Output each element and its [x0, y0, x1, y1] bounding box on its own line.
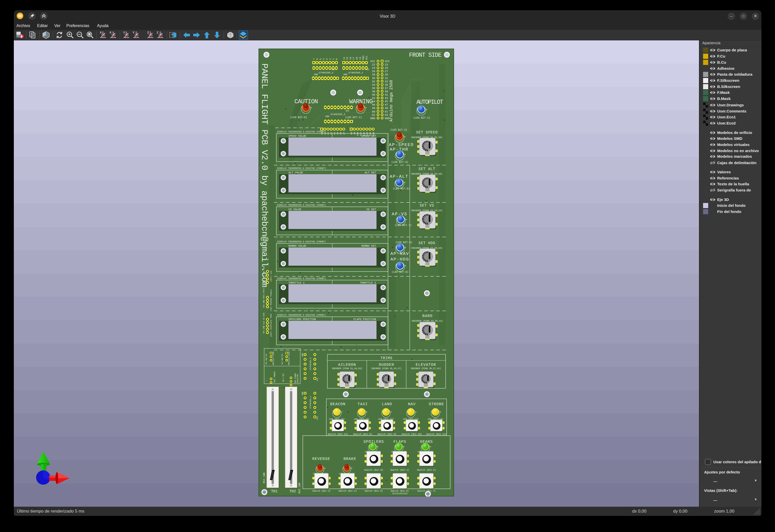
svg-text:+: + [405, 265, 406, 267]
svg-text:49: 49 [385, 107, 388, 110]
svg-text:RV2 10K: RV2 10K [298, 483, 301, 493]
svg-text:7: 7 [313, 58, 316, 60]
svg-text:19: 19 [359, 57, 362, 60]
svg-text:BRILLO LEDS: BRILLO LEDS [288, 352, 290, 365]
svg-text:Switch (Bit-7): Switch (Bit-7) [417, 490, 435, 492]
svg-text:16: 16 [349, 57, 352, 60]
svg-text:VCC GND CLK CS DIN: VCC GND CLK CS DIN [263, 313, 265, 334]
svg-text:3: 3 [326, 58, 328, 60]
svg-text:(LED BIT-0): (LED BIT-0) [395, 241, 412, 244]
svg-text:Switch (Bit-11): Switch (Bit-11) [426, 433, 446, 436]
svg-text:34: 34 [372, 83, 375, 86]
svg-text:+: + [404, 135, 406, 138]
svg-text:32: 32 [372, 80, 375, 83]
svg-text:(LED BIT-2): (LED BIT-2) [413, 117, 430, 119]
svg-text:(IN) RUDDER PEDALS: (IN) RUDDER PEDALS [270, 289, 272, 311]
svg-text:Y: Y [132, 31, 135, 34]
svg-text:VCC: VCC [316, 378, 318, 381]
svg-text:27: 27 [385, 70, 388, 73]
svg-text:4: 4 [322, 58, 325, 60]
svg-text:U74HC595_1: U74HC595_1 [348, 71, 363, 74]
svg-text:GND: GND [325, 115, 329, 118]
svg-text:DISPLAY 7SEGMENTOS 8 DIGITOS (: DISPLAY 7SEGMENTOS 8 DIGITOS (FRONT) [277, 241, 326, 243]
svg-text:VCC: VCC [346, 110, 349, 112]
svg-text:DEV POWER: DEV POWER [294, 373, 296, 383]
svg-text:23: 23 [385, 63, 388, 66]
svg-text:Switch (Bit-8): Switch (Bit-8) [353, 433, 372, 436]
svg-text:22: 22 [372, 63, 375, 66]
svg-text:GND: GND [302, 353, 304, 357]
svg-text:Z: Z [157, 31, 158, 34]
svg-text:AP-ALT: AP-ALT [390, 174, 408, 179]
svg-text:DISPLAY 7SEGMENTOS 8 DIGITOS (: DISPLAY 7SEGMENTOS 8 DIGITOS (FRONT) [277, 314, 326, 316]
svg-text:+: + [366, 411, 368, 414]
svg-text:39: 39 [385, 90, 388, 93]
svg-text:IN C OUT: IN C OUT [282, 373, 284, 382]
svg-text:FRONT SIDE: FRONT SIDE [409, 52, 441, 59]
svg-text:Switch (Bit-12): Switch (Bit-12) [328, 433, 348, 436]
svg-text:53: 53 [385, 114, 388, 117]
svg-text:SELECTOR: SELECTOR [297, 374, 299, 383]
svg-text:Switch (Bit-10): Switch (Bit-10) [402, 433, 422, 436]
svg-text:48: 48 [372, 107, 375, 110]
svg-text:VCC: VCC [331, 68, 335, 71]
svg-text:VCC GND POT1 POT2: VCC GND POT1 POT2 [263, 288, 265, 308]
svg-text:+ -: + - [266, 378, 268, 381]
svg-text:ENCODER (PINS 39,37,41): ENCODER (PINS 39,37,41) [411, 367, 441, 370]
svg-text:+: + [390, 411, 392, 414]
svg-text:SET VS: SET VS [420, 203, 434, 208]
svg-text:TH1: TH1 [271, 489, 278, 493]
svg-text:RUDDER: RUDDER [379, 363, 394, 367]
svg-text:ELEVATOR: ELEVATOR [416, 363, 436, 367]
svg-text:+: + [324, 467, 326, 470]
svg-text:0: 0 [335, 58, 338, 60]
svg-text:(LED BIT-5): (LED BIT-5) [393, 187, 410, 190]
svg-text:PANEL FLIGHT PCB V2.0 by apach: PANEL FLIGHT PCB V2.0 by apachebcn@gmail… [260, 63, 269, 287]
svg-text:VCC: VCC [385, 60, 390, 63]
svg-text:VCC: VCC [365, 68, 369, 71]
svg-text:33: 33 [385, 80, 388, 83]
svg-text:Switch (Bit-1): Switch (Bit-1) [390, 469, 409, 471]
svg-text:+: + [426, 108, 427, 111]
svg-text:ALT VALUE: ALT VALUE [289, 171, 303, 174]
svg-text:RUMBO VALUE: RUMBO VALUE [289, 244, 306, 247]
svg-text:GND: GND [302, 392, 304, 395]
svg-text:BRILLO 7SEG: BRILLO 7SEG [272, 352, 274, 365]
svg-text:+: + [404, 182, 405, 184]
svg-text:VCC GND SCL SDA: VCC GND SCL SDA [263, 266, 265, 283]
svg-text:17: 17 [352, 57, 355, 60]
svg-text:+: + [405, 218, 407, 221]
svg-text:DISPLAY 7SEGMENTOS 8 DIGITOS (: DISPLAY 7SEGMENTOS 8 DIGITOS (FRONT) [277, 167, 326, 170]
svg-text:+: + [311, 107, 312, 109]
svg-text:VCC GND POT: VCC GND POT [266, 354, 268, 365]
svg-text:AP-SPEED: AP-SPEED [389, 142, 414, 147]
svg-text:+: + [341, 411, 343, 414]
svg-text:18: 18 [356, 57, 358, 60]
svg-text:+: + [415, 411, 417, 414]
svg-text:AP-HDG: AP-HDG [390, 257, 409, 262]
svg-text:Switch (Bit-6): Switch (Bit-6) [391, 490, 409, 492]
svg-text:36: 36 [372, 87, 375, 90]
svg-text:52: 52 [372, 114, 375, 117]
svg-text:Arduino mega 2560: Arduino mega 2560 [389, 80, 394, 122]
svg-text:26: 26 [372, 70, 375, 73]
svg-text:U74HC165_2: U74HC165_2 [309, 358, 312, 370]
svg-text:STROBE: STROBE [429, 402, 444, 406]
svg-text:SET SPEED: SET SPEED [416, 130, 438, 134]
svg-text:BARO: BARO [422, 314, 433, 318]
svg-text:+: + [404, 153, 406, 156]
svg-text:SET ALT: SET ALT [418, 167, 435, 171]
svg-text:SPEED SET: SPEED SET [361, 134, 376, 138]
svg-text:(LED BIT-6): (LED BIT-6) [290, 116, 307, 119]
svg-text:SET HDG: SET HDG [418, 241, 435, 245]
svg-text:Switch (Bit-3): Switch (Bit-3) [312, 490, 330, 492]
svg-text:A10: A10 [357, 132, 359, 136]
svg-text:50: 50 [372, 110, 375, 113]
svg-text:45: 45 [385, 100, 388, 103]
svg-text:41: 41 [385, 93, 388, 96]
svg-text:X: X [109, 31, 111, 34]
svg-text:15: 15 [346, 57, 349, 60]
svg-text:28: 28 [372, 73, 375, 76]
svg-text:+: + [365, 107, 367, 109]
svg-text:30: 30 [372, 77, 375, 80]
